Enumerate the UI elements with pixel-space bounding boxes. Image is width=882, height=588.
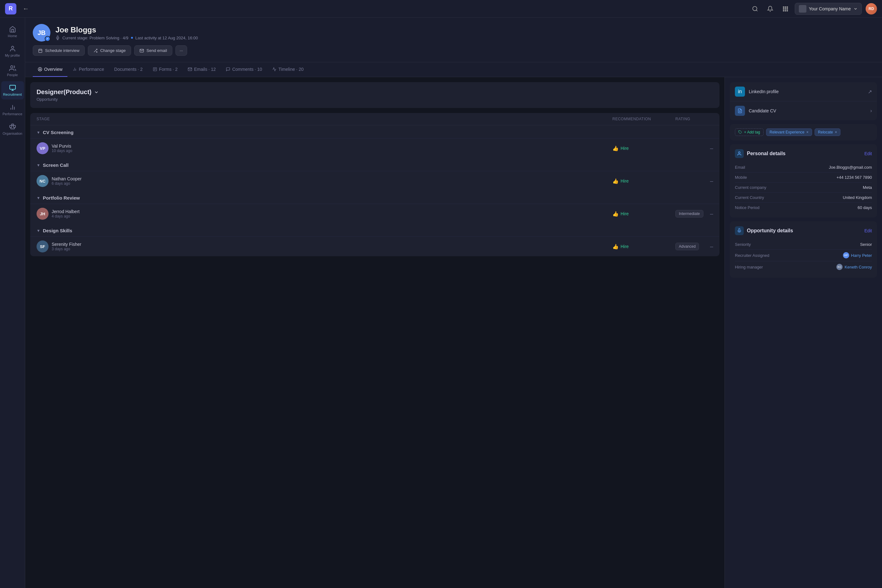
grid-icon: [782, 6, 789, 12]
remove-button[interactable]: –: [710, 211, 713, 217]
top-nav: R ← Your Company Name RD: [0, 0, 882, 18]
sidebar-item-my-profile[interactable]: My profile: [1, 42, 24, 60]
remove-button[interactable]: –: [710, 145, 713, 152]
tag-icon: [738, 130, 742, 134]
more-actions-button[interactable]: ···: [176, 45, 187, 56]
main-layout: Home My profile People Recruitment Perfo…: [0, 18, 882, 588]
sidebar-label-organisation: Organisation: [3, 132, 22, 135]
sidebar-label-my-profile: My profile: [5, 54, 20, 57]
tab-timeline[interactable]: Timeline · 20: [267, 62, 309, 77]
table-row: VP Val Purvis 10 days ago 👍 Hire: [30, 138, 720, 158]
table-row: JH Jerrod Halbert 4 days ago 👍 Hire: [30, 204, 720, 224]
hiring-manager-row: Hiring manager KC Keneth Conroy: [735, 261, 872, 273]
stage-group-header-design-skills[interactable]: ▼ Design Skills: [30, 224, 720, 236]
svg-point-11: [11, 46, 14, 48]
stage-group-portfolio-review: ▼ Portfolio Review JH Jerrod Halbert 4 d…: [30, 191, 720, 224]
tab-forms[interactable]: Forms · 2: [148, 62, 183, 77]
app-logo: R: [5, 3, 17, 15]
linkedin-profile-link[interactable]: in LinkedIn profile ↗: [730, 82, 877, 101]
personal-details-card: Personal details Edit Email Joe.Bloggs@g…: [730, 144, 877, 218]
sidebar-item-organisation[interactable]: Organisation: [1, 120, 24, 138]
notifications-button[interactable]: [765, 3, 776, 15]
keneth-conroy-avatar: KC: [836, 264, 843, 270]
stage-group-header-portfolio-review[interactable]: ▼ Portfolio Review: [30, 191, 720, 204]
remove-tag-relocate[interactable]: ×: [835, 130, 837, 134]
table-row: NC Nathan Cooper 6 days ago 👍 Hire: [30, 171, 720, 191]
harry-peter-name[interactable]: Harry Peter: [851, 253, 872, 258]
person-circle-icon: [38, 67, 42, 72]
interviewer-nathan-cooper: NC Nathan Cooper 6 days ago: [36, 175, 612, 187]
sidebar-label-recruitment: Recruitment: [3, 93, 22, 96]
chart-icon: [9, 104, 16, 111]
keneth-conroy-name[interactable]: Keneth Conroy: [844, 265, 872, 270]
remove-tag-relevant[interactable]: ×: [806, 130, 808, 134]
interviewer-val-purvis: VP Val Purvis 10 days ago: [36, 142, 612, 154]
tab-performance[interactable]: Performance: [68, 62, 109, 77]
tags-card: + Add tag Relevant Experience × Relocate…: [730, 124, 877, 140]
candidate-info: Joe Bloggs Current stage: Problem Solvin…: [56, 26, 198, 40]
avatar: SF: [36, 240, 48, 252]
opportunity-title[interactable]: Designer(Product): [36, 88, 713, 96]
sidebar-item-people[interactable]: People: [1, 62, 24, 80]
form-icon: [153, 67, 157, 72]
tab-overview[interactable]: Overview: [33, 62, 68, 77]
candidate-initials: JB: [38, 29, 46, 36]
home-icon: [9, 26, 16, 33]
sidebar: Home My profile People Recruitment Perfo…: [0, 18, 25, 588]
svg-rect-5: [783, 8, 784, 9]
svg-rect-6: [785, 8, 786, 9]
candidate-last-activity: Last activity at 12 Aug 2024, 16:00: [135, 36, 198, 40]
search-button[interactable]: [750, 3, 761, 15]
recommendation-hire: 👍 Hire: [612, 211, 675, 217]
current-country-row: Current Country United Kingdom: [735, 193, 872, 203]
opportunity-details-title: Opportunity details: [735, 226, 793, 235]
linkedin-icon: in: [735, 87, 745, 97]
personal-details-edit-button[interactable]: Edit: [864, 151, 872, 156]
meta-dot: [131, 37, 133, 39]
opportunity-details-edit-button[interactable]: Edit: [864, 228, 872, 233]
tab-emails[interactable]: Emails · 12: [183, 62, 221, 77]
remove-button[interactable]: –: [710, 243, 713, 250]
tag-relevant-experience: Relevant Experience ×: [766, 128, 812, 136]
candidate-cv-link[interactable]: Candidate CV ›: [730, 101, 877, 120]
notice-period-row: Notice Period 60 days: [735, 203, 872, 213]
back-button[interactable]: ←: [20, 4, 32, 14]
sidebar-item-recruitment[interactable]: Recruitment: [1, 81, 24, 99]
svg-rect-2: [783, 6, 784, 8]
chevron-icon: ▼: [36, 130, 40, 135]
tag-relocate: Relocate ×: [814, 128, 840, 136]
recruitment-icon: [9, 84, 16, 91]
company-selector[interactable]: Your Company Name: [795, 3, 862, 15]
tab-documents[interactable]: Documents · 2: [109, 62, 148, 77]
send-email-button[interactable]: Send email: [134, 45, 172, 56]
svg-rect-9: [785, 10, 786, 11]
email-row: Email Joe.Bloggs@gmail.com: [735, 162, 872, 172]
company-name: Your Company Name: [809, 6, 851, 11]
sidebar-item-performance[interactable]: Performance: [1, 101, 24, 119]
stage-group-design-skills: ▼ Design Skills SF Serenity Fisher 3 day…: [30, 224, 720, 256]
grid-button[interactable]: [780, 3, 791, 15]
document-icon: [735, 106, 745, 116]
chevron-right-icon: ›: [870, 108, 872, 114]
stage-group-header-screen-call[interactable]: ▼ Screen Call: [30, 158, 720, 171]
opportunity-card: Designer(Product) Opportunity: [30, 82, 720, 108]
add-tag-label: + Add tag: [744, 130, 760, 134]
tab-comments[interactable]: Comments · 10: [221, 62, 267, 77]
chevron-down-icon: [853, 7, 858, 11]
add-tag-button[interactable]: + Add tag: [735, 128, 763, 136]
recommendation-hire: 👍 Hire: [612, 244, 675, 250]
people-icon: [9, 65, 16, 72]
candidate-stage: Current stage: Problem Solving · 4/9: [62, 36, 129, 40]
user-avatar[interactable]: RD: [865, 3, 877, 15]
svg-rect-7: [787, 8, 788, 9]
profile-links-card: in LinkedIn profile ↗ Candidate CV ›: [730, 82, 877, 120]
harry-peter-avatar: HP: [843, 252, 849, 258]
sidebar-label-home: Home: [8, 34, 17, 38]
interviewer-jerrod-halbert: JH Jerrod Halbert 4 days ago: [36, 208, 612, 220]
comment-icon: [226, 67, 230, 72]
sidebar-item-home[interactable]: Home: [1, 22, 24, 41]
change-stage-button[interactable]: Change stage: [88, 45, 131, 56]
schedule-interview-button[interactable]: Schedule interview: [33, 45, 85, 56]
remove-button[interactable]: –: [710, 178, 713, 184]
stage-group-header-cv-screening[interactable]: ▼ CV Screening: [30, 125, 720, 138]
